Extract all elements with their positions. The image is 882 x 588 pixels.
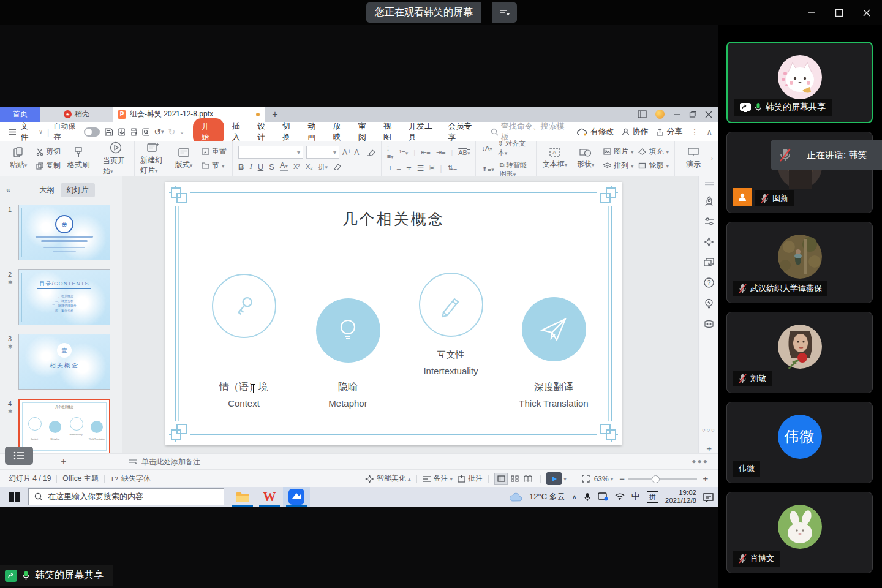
cloud-modified-button[interactable]: 有修改 (577, 126, 614, 137)
layers-icon[interactable] (704, 258, 714, 267)
zoom-in-button[interactable]: ＋ (701, 473, 710, 484)
ribbon-overflow-icon[interactable]: › (711, 156, 713, 162)
align-text-button[interactable]: ⇕ 对齐文本▾ (498, 139, 530, 157)
theme-label[interactable]: Office 主题 (62, 473, 98, 484)
effects-star-icon[interactable] (704, 237, 714, 247)
participant-tile-weiwei[interactable]: 伟微 伟微 (726, 402, 873, 483)
font-color-button[interactable]: A▾ (280, 162, 288, 172)
file-explorer-taskbar-icon[interactable] (229, 487, 256, 507)
zoom-slider-knob[interactable] (652, 475, 660, 483)
more-commands-icon[interactable]: ⌄ (179, 129, 184, 135)
font-family-combo[interactable]: ▾ (238, 146, 303, 159)
rocket-icon[interactable] (704, 196, 714, 206)
reading-view-icon[interactable] (638, 110, 647, 118)
new-slide-button[interactable]: 新建幻灯片▾ (140, 142, 166, 176)
hamburger-icon[interactable] (9, 129, 16, 135)
add-notes-field[interactable]: 单击此处添加备注 (129, 457, 200, 467)
tray-expand-icon[interactable]: ∧ (572, 493, 577, 501)
zoom-percent[interactable]: 63% (594, 475, 609, 483)
slide-thumbnail-2[interactable]: 目录/CONTENTS 一、相关概念 二、译文分析 三、翻译管理软件 四、案例分… (18, 270, 110, 325)
slide-sorter-button[interactable] (5, 447, 33, 465)
minimize-button[interactable] (805, 6, 818, 20)
slide-thumbnail-1[interactable]: ❀ (18, 205, 110, 260)
highlight-icon[interactable] (333, 163, 342, 170)
fit-slide-icon[interactable] (582, 475, 590, 483)
missing-font-label[interactable]: 缺失字体 (121, 473, 151, 484)
more-menu-icon[interactable]: ⋮ (690, 127, 698, 137)
paste-button[interactable]: 粘贴▾ (6, 147, 31, 170)
wps-close-icon[interactable] (705, 111, 712, 118)
slide-thumbnail-4-selected[interactable]: 几个相关概念 Context Metaphor Intertextuality … (18, 399, 110, 453)
ime-language[interactable]: 中 (631, 491, 640, 502)
decrease-indent-button[interactable]: ⇤≡ (421, 148, 431, 156)
italic-button[interactable]: I (249, 162, 252, 172)
taskbar-search-input[interactable]: 在这里输入你要搜索的内容 (28, 488, 224, 505)
phonetic-guide-button[interactable]: 拼▾ (318, 162, 328, 172)
underline-button[interactable]: U (258, 162, 263, 172)
reading-view-button[interactable] (521, 473, 535, 485)
concept-context[interactable]: 情（语）境 Context (198, 274, 290, 409)
participant-tile-tanyanbao[interactable]: 武汉纺织大学谭燕保 (726, 222, 873, 303)
maximize-button[interactable] (832, 6, 846, 20)
line-spacing-button[interactable]: ⇅≡ (448, 164, 458, 172)
presentation-tools-button[interactable]: 演示 (680, 148, 706, 170)
participant-tile-xiaobowen[interactable]: 肖博文 (726, 492, 873, 573)
add-slide-button[interactable]: ＋ (59, 456, 68, 467)
format-painter-button[interactable]: 格式刷 (66, 147, 91, 170)
clear-format-icon[interactable] (366, 149, 375, 156)
rail-more-icon[interactable]: ○○○ (702, 427, 715, 433)
normal-view-button[interactable] (494, 473, 508, 485)
distribute-button[interactable]: ⌸ (429, 163, 434, 173)
account-avatar[interactable] (655, 110, 665, 119)
wps-docer-tab[interactable]: ❧ 稻壳 (40, 107, 113, 122)
collapse-ribbon-icon[interactable]: ∧ (706, 127, 712, 137)
screen-share-tray-icon[interactable] (598, 492, 608, 501)
autosave-toggle[interactable] (84, 127, 100, 137)
subscript-button[interactable]: X₂ (306, 163, 313, 170)
font-size-combo[interactable]: ▾ (306, 146, 339, 159)
tray-mic-icon[interactable] (584, 492, 591, 502)
current-slide[interactable]: 几个相关概念 情（语）境 Context 隐喻 Metaphor (165, 182, 622, 445)
text-direction-button[interactable]: AB▾ (458, 149, 470, 156)
settings-sliders-icon[interactable] (704, 217, 714, 227)
picture-button[interactable]: 图片▾ (603, 146, 634, 157)
layout-toggle-button[interactable] (492, 2, 517, 23)
wps-restore-icon[interactable] (689, 111, 696, 118)
superscript-button[interactable]: X² (293, 163, 300, 170)
file-menu[interactable]: 文件 (20, 121, 34, 143)
wps-minimize-icon[interactable] (673, 111, 680, 118)
concept-intertextuality[interactable]: 互文性 Intertextuality (405, 273, 497, 376)
notification-center-icon[interactable] (703, 492, 714, 502)
beautify-button[interactable]: 智能美化 (377, 473, 406, 484)
textbox-button[interactable]: A 文本框▾ (542, 148, 568, 170)
rail-handle-icon[interactable] (705, 182, 714, 186)
numbered-list-button[interactable]: ¹≡▾ (399, 149, 409, 156)
save-icon[interactable] (104, 127, 112, 137)
play-from-current-button[interactable]: 当页开始▾ (103, 141, 129, 176)
arrange-button[interactable]: 排列▾ (603, 160, 634, 171)
slide-sorter-view-button[interactable] (508, 473, 521, 485)
notes-toggle-button[interactable]: 备注 (434, 473, 448, 484)
slide-thumbnail-3[interactable]: 壹 相关概念 (18, 334, 110, 390)
redo-button[interactable]: ↻ (168, 127, 176, 137)
font-enlarge-button[interactable]: A⁺ (342, 148, 351, 157)
align-left-button[interactable]: ⫞ (387, 163, 391, 173)
align-right-button[interactable]: ⫟ (407, 163, 412, 173)
wps-taskbar-icon[interactable]: W (256, 487, 283, 507)
output-icon[interactable] (117, 127, 125, 137)
start-button[interactable] (0, 487, 28, 507)
weather-cloud-icon[interactable] (509, 492, 522, 502)
help-icon[interactable]: ? (704, 277, 714, 288)
align-center-button[interactable]: ≡ (396, 164, 401, 173)
vertical-text-button[interactable]: ↓A▾ (481, 145, 492, 152)
zoom-slider[interactable] (628, 478, 697, 480)
layout-button[interactable]: 版式▾ (171, 147, 197, 170)
bold-button[interactable]: B (238, 162, 244, 172)
participant-tile-liumin[interactable]: 刘敏 (726, 312, 873, 393)
outline-button[interactable]: 轮廓▾ (638, 160, 669, 171)
copy-button[interactable]: 复制 (36, 160, 61, 171)
fill-button[interactable]: 填充▾ (638, 146, 669, 157)
slide-title[interactable]: 几个相关概念 (165, 209, 622, 229)
close-button[interactable] (860, 6, 873, 20)
strikethrough-button[interactable]: S (269, 162, 274, 172)
